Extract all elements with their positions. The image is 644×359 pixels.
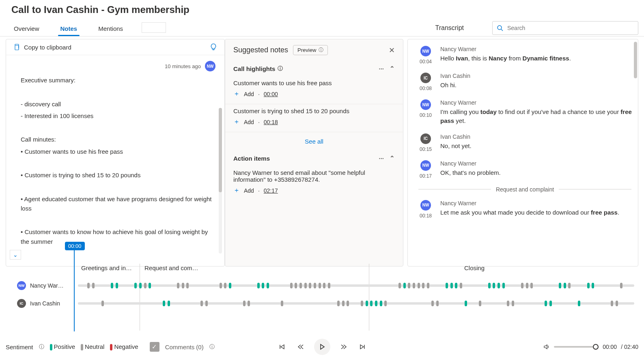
tick bbox=[375, 301, 377, 306]
search-box[interactable] bbox=[492, 21, 638, 35]
track-line-nancy[interactable] bbox=[78, 284, 634, 287]
plus-icon[interactable]: ＋ bbox=[233, 118, 240, 126]
trans-name: Ivan Cashin bbox=[440, 73, 632, 79]
tick bbox=[398, 283, 401, 288]
tick bbox=[450, 283, 453, 288]
trans-time: 00:08 bbox=[420, 86, 432, 91]
tick bbox=[502, 283, 505, 288]
transcript-row[interactable]: NW00:17Nancy WarnerOK, that's no problem… bbox=[414, 156, 635, 183]
tick bbox=[92, 283, 95, 288]
comments-label[interactable]: Comments (0) bbox=[165, 344, 204, 350]
chevron-up-icon[interactable]: ⌃ bbox=[390, 155, 395, 162]
notes-line: • Customer wants to know how to achieve … bbox=[21, 227, 212, 246]
trans-text: Hello Ivan, this is Nancy from Dynamic f… bbox=[440, 54, 632, 63]
tick bbox=[224, 283, 226, 288]
bulb-icon[interactable] bbox=[210, 43, 217, 51]
search-input[interactable] bbox=[507, 25, 634, 31]
rewind-icon[interactable] bbox=[295, 342, 306, 352]
info-icon[interactable]: ⓘ bbox=[209, 343, 215, 350]
tab-mentions[interactable]: Mentions bbox=[96, 25, 125, 36]
tick bbox=[328, 283, 330, 288]
tick bbox=[403, 283, 406, 288]
tick bbox=[248, 301, 250, 306]
skip-end-icon[interactable] bbox=[357, 342, 368, 352]
preview-badge[interactable]: Preview ⓘ bbox=[293, 45, 328, 55]
svg-point-0 bbox=[498, 26, 502, 30]
tick bbox=[168, 301, 170, 306]
transcript-row[interactable]: NW00:10Nancy WarnerI'm calling you today… bbox=[414, 95, 635, 129]
notes-body[interactable]: Executive summary: - discovery call - In… bbox=[6, 74, 224, 257]
tick bbox=[446, 283, 448, 288]
tick bbox=[111, 283, 113, 288]
tick bbox=[507, 301, 509, 306]
tick bbox=[620, 283, 622, 288]
notes-h2: Call minutes: bbox=[21, 135, 212, 144]
skip-start-icon[interactable] bbox=[277, 342, 287, 352]
transcript-row[interactable]: NW00:04Nancy WarnerHello Ivan, this is N… bbox=[414, 42, 635, 69]
tick bbox=[578, 301, 580, 306]
info-icon[interactable]: ⓘ bbox=[39, 343, 44, 350]
add-row: ＋ Add · 02:17 bbox=[233, 186, 395, 195]
avatar: IC bbox=[17, 299, 26, 308]
transcript-row[interactable]: NW00:18Nancy WarnerLet me ask you what m… bbox=[414, 196, 635, 223]
copy-button[interactable]: Copy to clipboard bbox=[13, 44, 71, 51]
more-icon[interactable]: ··· bbox=[379, 155, 384, 162]
tick bbox=[243, 301, 246, 306]
transcript-divider: Request and complaint bbox=[418, 186, 631, 193]
add-row: ＋ Add · 00:18 bbox=[233, 118, 395, 126]
close-icon[interactable]: ✕ bbox=[389, 46, 395, 55]
action-items-title: Action items bbox=[233, 155, 270, 162]
action-item-text: Nancy Warner to send email about "some h… bbox=[233, 169, 395, 183]
tick bbox=[559, 283, 561, 288]
volume-handle[interactable] bbox=[593, 344, 599, 350]
tick bbox=[186, 283, 189, 288]
tick bbox=[149, 283, 151, 288]
tick bbox=[87, 283, 90, 288]
tick bbox=[521, 283, 523, 288]
tick bbox=[101, 301, 104, 306]
avatar: NW bbox=[420, 46, 431, 56]
tick bbox=[134, 283, 137, 288]
plus-icon[interactable]: ＋ bbox=[233, 90, 240, 98]
tick bbox=[366, 301, 368, 306]
suggested-head: Suggested notes Preview ⓘ ✕ bbox=[225, 39, 403, 61]
notes-scrollbar[interactable] bbox=[219, 108, 222, 254]
volume-slider[interactable] bbox=[554, 346, 599, 348]
tab-notes[interactable]: Notes bbox=[58, 25, 80, 36]
track-row-nancy: NW Nancy War… bbox=[6, 280, 638, 291]
add-label[interactable]: Add bbox=[244, 187, 254, 194]
chevron-down-icon[interactable]: ⌄ bbox=[10, 250, 21, 260]
call-highlights-title: Call highlights bbox=[233, 65, 275, 72]
chevron-up-icon[interactable]: ⌃ bbox=[390, 65, 395, 72]
tab-blank bbox=[142, 22, 166, 33]
more-icon[interactable]: ··· bbox=[379, 65, 384, 72]
transcript-scrollbar[interactable] bbox=[634, 42, 637, 78]
track-line-ivan[interactable] bbox=[78, 302, 634, 305]
notes-author-avatar: NW bbox=[205, 61, 215, 71]
tick bbox=[611, 301, 613, 306]
add-label[interactable]: Add bbox=[244, 91, 254, 97]
highlight-ts[interactable]: 00:00 bbox=[264, 91, 278, 97]
content: Copy to clipboard 10 minutes ago NW Exec… bbox=[6, 39, 638, 267]
plus-icon[interactable]: ＋ bbox=[233, 186, 240, 195]
volume-icon[interactable] bbox=[543, 344, 550, 350]
action-item-ts[interactable]: 02:17 bbox=[264, 187, 278, 194]
transcript-row[interactable]: IC00:15Ivan CashinNo, not yet. bbox=[414, 129, 635, 156]
transcript-row[interactable]: IC00:08Ivan CashinOh hi. bbox=[414, 69, 635, 95]
suggested-notes-panel: Suggested notes Preview ⓘ ✕ Call highlig… bbox=[225, 39, 403, 267]
trans-time: 00:18 bbox=[420, 213, 432, 219]
forward-icon[interactable] bbox=[338, 342, 349, 352]
see-all-button[interactable]: See all bbox=[225, 132, 403, 150]
action-items-head: Action items ··· ⌃ bbox=[225, 150, 403, 166]
scrollbar-thumb[interactable] bbox=[219, 108, 222, 192]
transcript-list: NW00:04Nancy WarnerHello Ivan, this is N… bbox=[414, 42, 635, 183]
tick bbox=[380, 301, 382, 306]
play-icon[interactable] bbox=[314, 339, 330, 355]
tab-overview[interactable]: Overview bbox=[11, 25, 42, 36]
add-label[interactable]: Add bbox=[244, 119, 254, 125]
tick bbox=[436, 301, 439, 306]
comments-check-icon[interactable]: ✓ bbox=[150, 342, 159, 352]
highlight-ts[interactable]: 00:18 bbox=[264, 119, 278, 125]
tick bbox=[408, 283, 410, 288]
info-icon[interactable]: ⓘ bbox=[278, 65, 283, 72]
